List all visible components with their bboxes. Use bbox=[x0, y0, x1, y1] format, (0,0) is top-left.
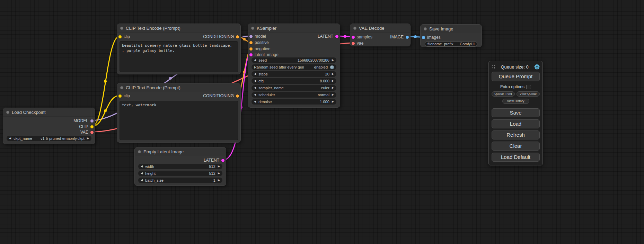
model-input-dot[interactable] bbox=[249, 35, 253, 38]
node-title: Save Image bbox=[429, 26, 453, 31]
node-clip-text-encode-positive[interactable]: CLIP Text Encode (Prompt) clip CONDITION… bbox=[117, 24, 241, 74]
wire-conditioning-midpoint-dot bbox=[243, 38, 246, 40]
node-title-bar[interactable]: VAE Decode bbox=[350, 24, 410, 33]
slot-label: images bbox=[427, 35, 441, 40]
load-default-button[interactable]: Load Default bbox=[492, 153, 540, 162]
stepper-right-icon[interactable]: ▶ bbox=[332, 80, 334, 82]
node-vae-decode[interactable]: VAE Decode samples vae IMAGE bbox=[350, 24, 411, 46]
widget-height[interactable]: ◀ height 512 ▶ bbox=[138, 171, 222, 176]
widget-random-seed-toggle[interactable]: Random seed after every gen enabled bbox=[252, 64, 336, 70]
widget-steps[interactable]: ◀ steps 20 ▶ bbox=[252, 71, 336, 77]
node-title-bar[interactable]: CLIP Text Encode (Prompt) bbox=[117, 83, 240, 92]
node-ksampler[interactable]: KSampler model positive negative latent_… bbox=[248, 24, 340, 108]
widget-denoise[interactable]: ◀ denoise 1.000 ▶ bbox=[252, 99, 336, 105]
vae-input-dot[interactable] bbox=[352, 42, 355, 45]
stepper-left-icon[interactable]: ◀ bbox=[254, 93, 256, 96]
widget-value: euler bbox=[321, 86, 329, 90]
clear-button[interactable]: Clear bbox=[492, 142, 540, 151]
conditioning-output-dot[interactable] bbox=[236, 94, 239, 98]
negative-input-dot[interactable] bbox=[249, 47, 253, 51]
latent-output-dot[interactable] bbox=[335, 35, 338, 38]
clip-input-dot[interactable] bbox=[118, 35, 122, 38]
settings-gear-icon[interactable] bbox=[534, 64, 540, 70]
node-load-checkpoint[interactable]: Load Checkpoint MODEL CLIP VAE ◀ ckpt_na… bbox=[3, 108, 95, 144]
queue-prompt-button[interactable]: Queue Prompt bbox=[492, 72, 540, 81]
widget-filename-prefix[interactable]: filename_prefix ComfyUI bbox=[425, 41, 477, 47]
model-output-dot[interactable] bbox=[90, 119, 94, 123]
toggle-indicator-icon[interactable] bbox=[330, 65, 334, 69]
input-slot-vae: vae bbox=[352, 40, 363, 46]
widget-scheduler[interactable]: ◀ scheduler normal ▶ bbox=[252, 92, 336, 98]
stepper-right-icon[interactable]: ▶ bbox=[218, 165, 220, 168]
stepper-left-icon[interactable]: ◀ bbox=[9, 137, 11, 140]
positive-prompt-textarea[interactable]: beautiful scenery nature glass bottle la… bbox=[120, 41, 238, 72]
positive-input-dot[interactable] bbox=[249, 41, 253, 44]
images-input-dot[interactable] bbox=[422, 36, 425, 39]
stepper-right-icon[interactable]: ▶ bbox=[218, 172, 220, 175]
refresh-button[interactable]: Refresh bbox=[492, 130, 540, 139]
save-button[interactable]: Save bbox=[492, 108, 540, 117]
widget-name: filename_prefix bbox=[427, 42, 453, 46]
latent-image-input-dot[interactable] bbox=[249, 53, 253, 56]
widget-value: 512 bbox=[209, 164, 215, 169]
clip-output-dot[interactable] bbox=[90, 125, 94, 128]
output-slot-image: IMAGE bbox=[390, 34, 409, 40]
widget-name: scheduler bbox=[258, 93, 275, 97]
stepper-left-icon[interactable]: ◀ bbox=[254, 100, 256, 103]
wire-model-midpoint-dot bbox=[169, 77, 172, 80]
view-queue-button[interactable]: View Queue bbox=[517, 91, 540, 97]
stepper-right-icon[interactable]: ▶ bbox=[332, 100, 334, 103]
node-clip-text-encode-negative[interactable]: CLIP Text Encode (Prompt) clip CONDITION… bbox=[117, 83, 241, 143]
image-output-dot[interactable] bbox=[406, 36, 409, 39]
widget-value: 1 bbox=[213, 178, 215, 182]
node-title-bar[interactable]: Empty Latent Image bbox=[135, 147, 226, 156]
latent-output-dot[interactable] bbox=[221, 159, 224, 162]
vae-output-dot[interactable] bbox=[90, 131, 94, 134]
negative-prompt-textarea[interactable]: text, watermark bbox=[120, 101, 238, 140]
widget-seed[interactable]: ◀ seed 156680208700286 ▶ bbox=[252, 57, 336, 63]
node-title-bar[interactable]: Save Image bbox=[421, 25, 482, 33]
node-graph-canvas[interactable]: Load Checkpoint MODEL CLIP VAE ◀ ckpt_na… bbox=[0, 0, 644, 244]
stepper-right-icon[interactable]: ▶ bbox=[332, 73, 334, 75]
widget-ckpt-name[interactable]: ◀ ckpt_name v1-5-pruned-emaonly.ckpt ▶ bbox=[7, 136, 91, 141]
node-empty-latent-image[interactable]: Empty Latent Image LATENT ◀ width 512 ▶ … bbox=[134, 147, 226, 186]
queue-front-button[interactable]: Queue Front bbox=[492, 91, 515, 97]
stepper-right-icon[interactable]: ▶ bbox=[87, 137, 89, 140]
node-title-bar[interactable]: Load Checkpoint bbox=[3, 108, 95, 117]
widget-name: seed bbox=[258, 58, 267, 62]
output-slot-vae: VAE bbox=[80, 129, 94, 135]
view-history-button[interactable]: View History bbox=[502, 99, 529, 104]
stepper-left-icon[interactable]: ◀ bbox=[254, 80, 256, 82]
stepper-left-icon[interactable]: ◀ bbox=[141, 165, 143, 168]
stepper-left-icon[interactable]: ◀ bbox=[254, 87, 256, 89]
stepper-right-icon[interactable]: ▶ bbox=[332, 87, 334, 89]
stepper-right-icon[interactable]: ▶ bbox=[218, 179, 220, 182]
node-title-bar[interactable]: KSampler bbox=[248, 24, 340, 33]
drag-handle-icon[interactable] bbox=[492, 64, 495, 69]
slot-label: positive bbox=[255, 40, 269, 45]
stepper-left-icon[interactable]: ◀ bbox=[141, 179, 143, 182]
load-button[interactable]: Load bbox=[492, 119, 540, 128]
stepper-left-icon[interactable]: ◀ bbox=[141, 172, 143, 175]
extra-options-checkbox[interactable] bbox=[527, 85, 531, 89]
conditioning-output-dot[interactable] bbox=[236, 35, 239, 38]
stepper-right-icon[interactable]: ▶ bbox=[332, 93, 334, 96]
node-title-bar[interactable]: CLIP Text Encode (Prompt) bbox=[117, 24, 240, 33]
stepper-right-icon[interactable]: ▶ bbox=[332, 59, 334, 62]
slot-label: latent_image bbox=[255, 52, 279, 57]
clip-input-dot[interactable] bbox=[118, 94, 122, 98]
widget-width[interactable]: ◀ width 512 ▶ bbox=[138, 164, 222, 169]
widget-sampler-name[interactable]: ◀ sampler_name euler ▶ bbox=[252, 85, 336, 91]
history-buttons-row: View History bbox=[492, 99, 540, 104]
slot-label: CONDITIONING bbox=[203, 93, 234, 98]
stepper-left-icon[interactable]: ◀ bbox=[254, 73, 256, 75]
samples-input-dot[interactable] bbox=[352, 36, 355, 39]
widget-cfg[interactable]: ◀ cfg 8.000 ▶ bbox=[252, 78, 336, 84]
stepper-left-icon[interactable]: ◀ bbox=[254, 59, 256, 62]
node-save-image[interactable]: Save Image images filename_prefix ComfyU… bbox=[420, 24, 482, 47]
slot-label: LATENT bbox=[318, 34, 333, 39]
widget-name: Random seed after every gen bbox=[254, 65, 304, 69]
queue-menu-panel: Queue size: 0 Queue Prompt Extra options… bbox=[488, 61, 543, 165]
widget-batch-size[interactable]: ◀ batch_size 1 ▶ bbox=[138, 178, 222, 183]
widget-value: 8.000 bbox=[320, 79, 329, 83]
